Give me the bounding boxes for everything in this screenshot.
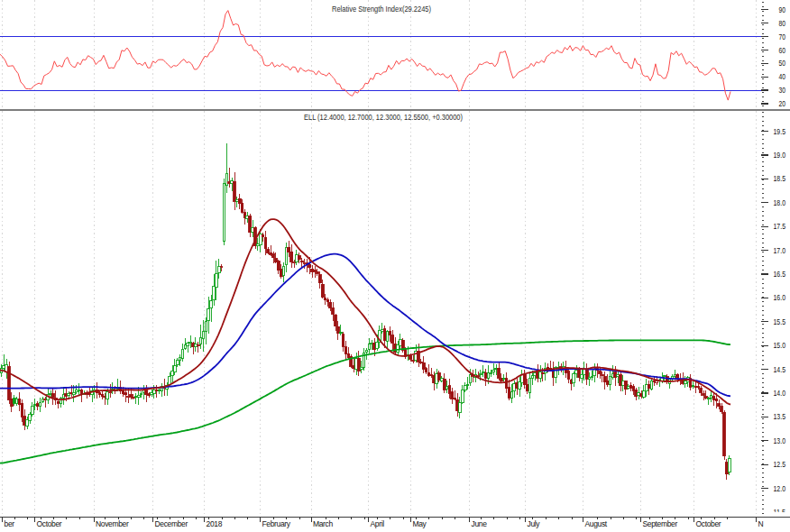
svg-text:15.0: 15.0 xyxy=(774,341,786,350)
svg-text:19.0: 19.0 xyxy=(774,151,786,160)
svg-text:December: December xyxy=(155,519,188,528)
svg-text:February: February xyxy=(262,519,291,528)
svg-text:17.5: 17.5 xyxy=(774,222,786,231)
svg-text:14.5: 14.5 xyxy=(774,365,786,374)
svg-text:August: August xyxy=(585,519,608,528)
svg-text:30: 30 xyxy=(779,86,786,95)
svg-text:October: October xyxy=(696,519,721,528)
svg-text:June: June xyxy=(472,519,488,528)
svg-text:19.5: 19.5 xyxy=(774,127,786,136)
svg-text:16.0: 16.0 xyxy=(774,293,786,302)
svg-text:18.0: 18.0 xyxy=(774,198,786,207)
svg-text:15.5: 15.5 xyxy=(774,317,786,326)
svg-text:N: N xyxy=(758,519,764,528)
svg-text:16.5: 16.5 xyxy=(774,270,786,279)
svg-text:70: 70 xyxy=(779,32,786,41)
svg-text:60: 60 xyxy=(779,46,786,55)
svg-text:12.5: 12.5 xyxy=(774,460,786,469)
svg-text:November: November xyxy=(96,519,129,528)
svg-text:18.5: 18.5 xyxy=(774,174,786,183)
svg-text:14.0: 14.0 xyxy=(774,389,786,398)
svg-text:ELL (12.4000, 12.7000, 12.3000: ELL (12.4000, 12.7000, 12.3000, 12.5500,… xyxy=(304,113,463,122)
svg-text:17.0: 17.0 xyxy=(774,246,786,255)
svg-text:13.0: 13.0 xyxy=(774,436,786,445)
svg-text:October: October xyxy=(37,519,62,528)
svg-text:July: July xyxy=(528,519,541,528)
svg-text:Relative Strength Index(29.224: Relative Strength Index(29.2245) xyxy=(332,5,431,14)
svg-text:50: 50 xyxy=(779,59,786,68)
svg-text:March: March xyxy=(313,519,333,528)
svg-text:12.0: 12.0 xyxy=(774,484,786,493)
svg-text:September: September xyxy=(643,519,678,528)
svg-text:20: 20 xyxy=(779,99,786,108)
svg-text:ber: ber xyxy=(5,519,15,528)
svg-text:90: 90 xyxy=(779,5,786,14)
svg-text:April: April xyxy=(371,519,385,528)
svg-text:13.5: 13.5 xyxy=(774,412,786,421)
svg-text:May: May xyxy=(413,519,427,528)
svg-text:2018: 2018 xyxy=(207,519,223,528)
svg-text:40: 40 xyxy=(779,72,786,81)
svg-text:80: 80 xyxy=(779,19,786,28)
